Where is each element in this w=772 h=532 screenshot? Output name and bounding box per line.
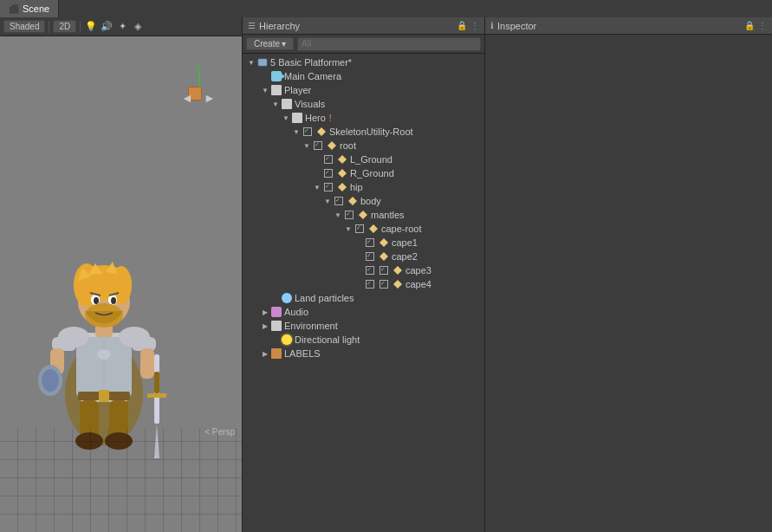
cape4-check2-icon [378, 278, 390, 290]
tree-item-cape1[interactable]: cape1 [243, 236, 484, 250]
hierarchy-panel-icon: ☰ [248, 21, 256, 30]
toolbar-sep-1 [49, 21, 49, 33]
hierarchy-header: ☰ Hierarchy 🔒 ⋮ [243, 17, 484, 35]
tree-item-hip[interactable]: hip [243, 180, 484, 194]
tree-item-audio[interactable]: Audio [243, 305, 484, 319]
inspector-title: Inspector [497, 21, 536, 31]
toolbar-sep-2 [80, 21, 81, 33]
hip-arrow [312, 182, 322, 192]
tree-item-cape3[interactable]: cape3 [243, 263, 484, 277]
mantles-label: mantles [371, 210, 405, 220]
body-arrow [322, 196, 333, 206]
hero-warning-icon: ! [329, 114, 332, 123]
tree-item-cape-root[interactable]: cape-root [243, 222, 484, 236]
tree-item-environment[interactable]: Environment [243, 319, 484, 333]
tree-item-hero[interactable]: Hero ! [243, 111, 484, 125]
cape1-bone-icon [378, 237, 390, 249]
body-bone-icon [347, 195, 359, 207]
body-label: body [360, 196, 381, 206]
tree-item-labels[interactable]: LABELS [243, 347, 484, 360]
visuals-icon [281, 98, 293, 110]
scene-toolbar: Shaded 2D 💡 🔊 ✦ ◈ [0, 17, 242, 36]
root-bone-icon [326, 139, 338, 152]
scene-character [26, 203, 182, 463]
labels-icon [270, 347, 282, 360]
tree-item-main-camera[interactable]: Main Camera [243, 69, 484, 83]
hierarchy-search-input[interactable] [297, 37, 481, 51]
inspector-menu-icon[interactable]: ⋮ [758, 21, 767, 30]
scene-root-item[interactable]: 5 Basic Platformer* [243, 55, 484, 69]
main-camera-label: Main Camera [284, 71, 341, 81]
tab-scene[interactable]: ⬛ Scene [0, 0, 59, 17]
tree-item-mantles[interactable]: mantles [243, 208, 484, 222]
root-check-icon [312, 139, 324, 152]
hero-label: Hero [305, 113, 326, 123]
labels-label: LABELS [284, 348, 321, 359]
scene-root-icon [256, 56, 269, 68]
gizmo-y-axis [198, 71, 200, 88]
inspector-content [485, 35, 772, 532]
l-ground-bone-icon [336, 153, 348, 165]
environment-icon [270, 320, 282, 332]
cape3-label: cape3 [405, 265, 431, 276]
tree-item-directional-light[interactable]: Directional light [243, 333, 484, 347]
tree-item-l-ground[interactable]: L_Ground [243, 152, 484, 166]
hierarchy-menu-icon[interactable]: ⋮ [470, 21, 479, 30]
tree-item-skeleton-root[interactable]: SkeletonUtility-Root [243, 125, 484, 139]
audio-icon [270, 306, 282, 318]
mantles-bone-icon [357, 209, 369, 221]
cape2-bone-icon [378, 250, 390, 263]
hierarchy-tree: 5 Basic Platformer* Main Camera [243, 54, 484, 532]
create-btn-arrow: ▾ [282, 39, 286, 49]
gizmos-icon[interactable]: ◈ [131, 20, 145, 34]
scene-gizmo: Y ◄ ► [181, 71, 224, 114]
svg-rect-38 [258, 59, 267, 66]
tree-item-player[interactable]: Player [243, 83, 484, 97]
visuals-arrow [270, 99, 281, 109]
create-btn[interactable]: Create ▾ [246, 37, 294, 50]
inspector-header: ℹ Inspector 🔒 ⋮ [485, 17, 772, 35]
mantles-check-icon [343, 209, 355, 221]
tree-item-visuals[interactable]: Visuals [243, 97, 484, 111]
tree-item-cape4[interactable]: cape4 [243, 277, 484, 291]
land-particles-icon [281, 292, 293, 304]
character-svg [26, 203, 182, 463]
svg-point-35 [42, 369, 59, 392]
audio-icon[interactable]: 🔊 [100, 20, 114, 34]
hip-bone-icon [336, 181, 348, 193]
shaded-btn[interactable]: Shaded [3, 20, 45, 33]
hierarchy-lock-icon[interactable]: 🔒 [457, 21, 467, 30]
tree-item-root[interactable]: root [243, 139, 484, 152]
scene-canvas[interactable]: Y ◄ ► < Persp [0, 36, 242, 532]
cape2-label: cape2 [392, 251, 418, 262]
right-panels: ☰ Hierarchy 🔒 ⋮ Create ▾ [243, 17, 772, 532]
create-btn-label: Create [254, 39, 280, 49]
tree-item-r-ground[interactable]: R_Ground [243, 166, 484, 180]
light-icon[interactable]: 💡 [84, 20, 98, 34]
hip-check-icon [322, 181, 334, 193]
inspector-icon: ℹ [490, 21, 494, 30]
skeleton-root-label: SkeletonUtility-Root [329, 127, 413, 137]
tree-item-body[interactable]: body [243, 194, 484, 208]
audio-label: Audio [284, 307, 308, 317]
audio-arrow [260, 307, 270, 317]
scene-tab-icon: ⬛ [9, 4, 19, 14]
gizmo-arrow-right: ► [204, 91, 216, 105]
hierarchy-panel: ☰ Hierarchy 🔒 ⋮ Create ▾ [243, 17, 485, 532]
dir-light-icon [281, 334, 293, 346]
effects-icon[interactable]: ✦ [115, 20, 129, 34]
2d-btn[interactable]: 2D [53, 20, 76, 33]
svg-point-16 [111, 297, 116, 304]
root-label: root [340, 140, 356, 151]
inspector-lock-icon[interactable]: 🔒 [744, 21, 755, 30]
hierarchy-title: Hierarchy [259, 21, 300, 31]
dir-light-label: Directional light [295, 334, 360, 345]
mantles-arrow [333, 210, 343, 220]
environment-arrow [260, 321, 270, 331]
cape-root-arrow [343, 224, 354, 234]
tree-item-land-particles[interactable]: Land particles [243, 291, 484, 305]
hierarchy-header-icons: 🔒 ⋮ [457, 21, 479, 30]
gizmo-y-label: Y [195, 64, 201, 74]
land-particles-label: Land particles [295, 293, 354, 303]
tree-item-cape2[interactable]: cape2 [243, 250, 484, 263]
